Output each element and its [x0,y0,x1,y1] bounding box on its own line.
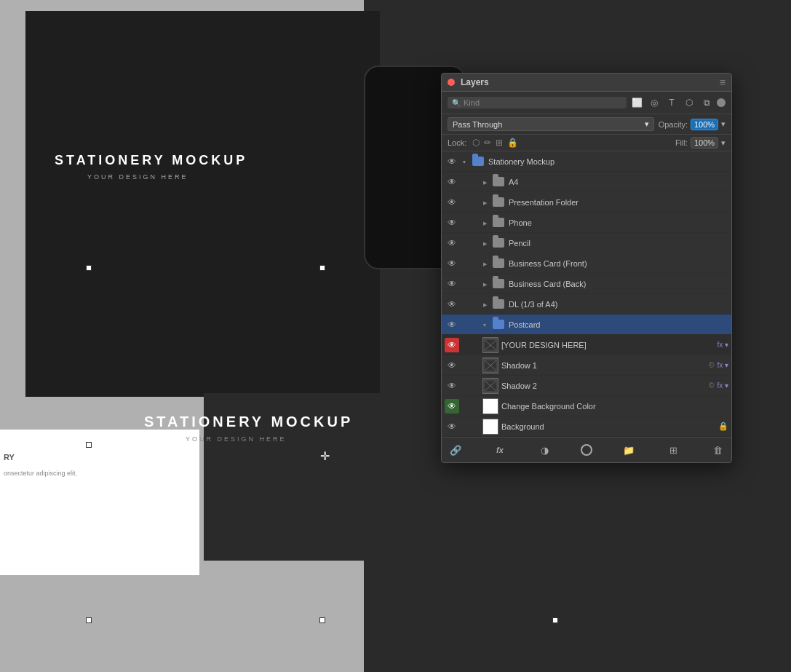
visibility-icon-phone[interactable]: 👁 [445,216,459,230]
layer-background[interactable]: 👁 Background 🔒 [442,416,731,437]
layer-fx-shadow-2[interactable]: fx ▾ [717,382,728,390]
blend-mode-chevron: ▾ [645,119,649,129]
selection-handle-ml[interactable] [86,442,92,448]
expand-phone[interactable] [480,218,490,228]
layer-presentation-folder[interactable]: 👁 Presentation Folder [442,192,731,213]
filter-row: 🔍 Kind ⬜ ◎ T ⬡ ⧉ [442,92,731,114]
toolbar-mask-icon[interactable] [581,444,592,456]
visibility-icon-a4[interactable]: 👁 [445,175,459,189]
layer-your-design-here[interactable]: 👁 [YOUR DESIGN HERE] fx ▾ [442,335,731,355]
layer-name-postcard: Postcard [509,320,728,329]
layer-name-your-design-here: [YOUR DESIGN HERE] [501,341,714,349]
filter-smartobj-icon[interactable]: ⧉ [699,95,714,110]
selection-handle-bm[interactable] [319,617,325,623]
visibility-icon-presentation-folder[interactable]: 👁 [445,195,459,210]
filter-adjustment-icon[interactable]: ◎ [647,95,661,110]
mockup-top-subtitle: YOUR DESIGN HERE [87,173,188,181]
filter-shape-icon[interactable]: ⬡ [682,95,696,110]
layer-business-card-back[interactable]: 👁 Business Card (Back) [442,274,731,294]
visibility-icon-stationery-mockup[interactable]: 👁 [445,154,459,169]
layer-a4[interactable]: 👁 A4 [442,172,731,192]
layer-fx-your-design-here[interactable]: fx ▾ [717,341,728,349]
lock-position-icon[interactable]: ✏ [484,138,491,148]
blend-mode-select[interactable]: Pass Through ▾ [448,117,654,131]
lock-all-icon[interactable]: 🔒 [507,138,518,148]
toolbar-artboard-icon[interactable]: ⊞ [665,442,681,458]
selection-handle-br[interactable] [552,617,558,623]
visibility-icon-shadow-1[interactable]: 👁 [445,358,459,373]
layer-change-background-color[interactable]: 👁 Change Background Color [442,396,731,416]
fill-chevron[interactable]: ▾ [721,138,726,148]
layer-thumb-change-bg [482,398,498,414]
folder-icon-phone [493,218,506,228]
visibility-icon-shadow-2[interactable]: 👁 [445,379,459,393]
visibility-icon-change-bg[interactable]: 👁 [445,399,459,414]
toolbar-adjustment-icon[interactable]: ◑ [536,442,552,458]
layers-panel: Layers ≡ 🔍 Kind ⬜ ◎ T ⬡ ⧉ Pass Through ▾… [441,73,732,463]
layer-thumb-shadow-2 [482,378,498,394]
visibility-icon-business-card-front[interactable]: 👁 [445,256,459,271]
folder-icon-a4 [493,177,506,187]
blend-mode-value: Pass Through [453,120,502,129]
lock-artboard-icon[interactable]: ⊞ [496,138,503,148]
toolbar-fx-icon[interactable]: fx [492,442,508,458]
expand-stationery-mockup[interactable] [459,157,469,167]
folder-icon-business-card-back [493,279,506,289]
layer-postcard[interactable]: 👁 Postcard [442,315,731,335]
expand-pencil[interactable] [480,238,490,248]
selection-handle-tl[interactable] [86,265,92,271]
layer-lock-background: 🔒 [718,422,728,431]
layer-name-a4: A4 [509,178,728,186]
layer-fx-shadow-1[interactable]: fx ▾ [717,361,728,369]
fill-row: Fill: 100% ▾ [675,137,726,149]
layer-stationery-mockup[interactable]: 👁 Stationery Mockup [442,151,731,172]
lock-row: Lock: ⬡ ✏ ⊞ 🔒 Fill: 100% ▾ [442,135,731,151]
opacity-input[interactable]: 100% [691,119,718,130]
layer-business-card-front[interactable]: 👁 Business Card (Front) [442,253,731,274]
mockup-bottom-subtitle: YOUR DESIGN HERE [186,435,287,443]
lock-label: Lock: [448,138,466,147]
layer-phone[interactable]: 👁 Phone [442,213,731,233]
visibility-icon-background[interactable]: 👁 [445,419,459,434]
opacity-chevron[interactable]: ▾ [721,119,726,129]
layer-name-pencil: Pencil [509,239,728,248]
layer-shadow-1[interactable]: 👁 Shadow 1 © fx ▾ [442,355,731,376]
layer-name-change-background-color: Change Background Color [501,402,728,411]
visibility-icon-dl[interactable]: 👁 [445,297,459,312]
filter-type-icon[interactable]: T [664,95,679,110]
visibility-icon-pencil[interactable]: 👁 [445,236,459,250]
blend-opacity-row: Pass Through ▾ Opacity: 100% ▾ [442,114,731,135]
mockup-top-dark [25,11,380,397]
selection-handle-tm[interactable] [319,265,325,271]
filter-circle[interactable] [717,98,726,107]
visibility-icon-your-design-here[interactable]: 👁 [445,338,459,352]
fill-input[interactable]: 100% [691,137,718,149]
layer-thumb-background [482,419,498,435]
visibility-icon-business-card-back[interactable]: 👁 [445,277,459,291]
visibility-icon-postcard[interactable]: 👁 [445,317,459,332]
toolbar-delete-icon[interactable]: 🗑 [709,442,726,458]
toolbar-folder-icon[interactable]: 📁 [621,442,637,458]
panel-menu-icon[interactable]: ≡ [720,76,726,88]
doc-white-text: RY [4,453,15,462]
filter-pixel-icon[interactable]: ⬜ [629,95,644,110]
layer-dl[interactable]: 👁 DL (1/3 of A4) [442,294,731,315]
panel-close-button[interactable] [448,79,455,86]
expand-postcard[interactable] [480,320,490,330]
mockup-top-title: STATIONERY MOCKUP [55,153,247,168]
selection-handle-bl[interactable] [86,617,92,623]
expand-business-card-back[interactable] [480,279,490,289]
layer-copy-shadow-2: © [709,382,714,390]
layer-name-dl: DL (1/3 of A4) [509,300,728,309]
expand-a4[interactable] [480,177,490,187]
fill-label: Fill: [675,138,688,147]
mockup-bottom-title: STATIONERY MOCKUP [144,414,353,430]
layer-shadow-2[interactable]: 👁 Shadow 2 © fx ▾ [442,376,731,396]
expand-dl[interactable] [480,299,490,309]
filter-search[interactable]: 🔍 Kind [448,97,627,108]
layer-pencil[interactable]: 👁 Pencil [442,233,731,253]
expand-business-card-front[interactable] [480,258,490,269]
expand-presentation-folder[interactable] [480,197,490,207]
lock-pixels-icon[interactable]: ⬡ [472,138,480,148]
toolbar-link-icon[interactable]: 🔗 [448,442,464,458]
